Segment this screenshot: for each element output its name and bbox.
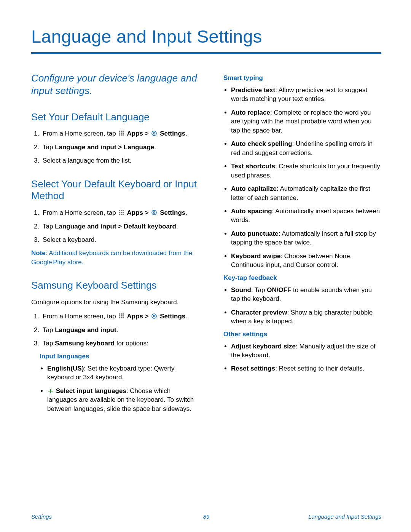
list-item: Predictive text: Allow predictive text t… [231, 86, 381, 104]
bullet-bold: Select input languages [54, 387, 126, 395]
svg-rect-23 [121, 313, 122, 315]
bullet-bold: Text shortcuts [231, 163, 275, 170]
step-bold: Language and input [55, 326, 116, 334]
svg-point-20 [152, 210, 156, 215]
title-rule [31, 52, 381, 54]
bullet-bold: Reset settings [231, 365, 275, 372]
svg-rect-2 [123, 131, 124, 132]
svg-rect-27 [123, 315, 124, 316]
settings-label: Settings [158, 313, 185, 320]
svg-point-10 [153, 133, 155, 134]
svg-point-32 [153, 315, 155, 317]
step-bold: Language and input > Language [55, 144, 154, 151]
section-select-default-keyboard: Select Your Default Keyboard or Input Me… [31, 178, 198, 267]
step-text: Tap [43, 144, 55, 151]
svg-rect-13 [123, 210, 124, 211]
list-item: Reset settings: Reset setting to their d… [231, 364, 381, 373]
note-body: : Additional keyboards can be downloaded… [31, 249, 192, 265]
heading-samsung-keyboard: Samsung Keyboard Settings [31, 280, 198, 292]
bullet-bold: Auto spacing [231, 208, 272, 215]
list-item: Text shortcuts: Create shortcuts for you… [231, 162, 381, 180]
subhead-input-languages: Input languages [40, 353, 198, 360]
settings-label: Settings [158, 130, 185, 137]
right-column: Smart typing Predictive text: Allow pred… [215, 72, 381, 426]
svg-rect-17 [119, 214, 120, 215]
step-text: Tap [43, 326, 55, 334]
note-lead: Note [31, 249, 46, 257]
svg-rect-15 [121, 212, 122, 213]
step-text: From a Home screen, tap [43, 130, 118, 137]
step-text: Tap [43, 340, 55, 347]
svg-rect-18 [121, 214, 122, 215]
step-text: From a Home screen, tap [43, 313, 118, 320]
list-item: Auto check spelling: Underline spelling … [231, 139, 381, 157]
list-item: Select a language from the list. [41, 156, 198, 165]
step-text: for options: [115, 340, 148, 347]
apps-label: Apps > [125, 209, 150, 216]
svg-rect-26 [121, 315, 122, 316]
svg-rect-12 [121, 210, 122, 211]
svg-rect-7 [121, 134, 122, 136]
section-intro: Configure options for using the Samsung … [31, 298, 198, 307]
bullet-bold: Sound [231, 286, 251, 294]
section-set-default-language: Set Your Default Language From a Home sc… [31, 111, 198, 165]
list-item: Select input languages: Choose which lan… [47, 387, 198, 413]
gear-icon [151, 130, 157, 136]
bullet-bold: Auto replace [231, 109, 270, 116]
step-text: From a Home screen, tap [43, 209, 118, 216]
list-item: Select a keyboard. [41, 235, 198, 244]
svg-point-9 [152, 131, 156, 136]
step-text: . [116, 326, 118, 334]
step-text: . [185, 209, 187, 216]
svg-rect-8 [123, 134, 124, 136]
svg-point-31 [152, 314, 156, 318]
bullet-text: : Reset setting to their defaults. [275, 365, 364, 372]
list-item: Auto replace: Complete or replace the wo… [231, 108, 381, 135]
svg-rect-24 [123, 313, 124, 315]
bullet-bold: English(US) [47, 365, 84, 372]
list-item: Auto spacing: Automatically insert space… [231, 207, 381, 225]
svg-rect-14 [119, 212, 120, 213]
svg-rect-3 [119, 133, 120, 134]
settings-label: Settings [158, 209, 185, 216]
bullet-bold: ON/OFF [267, 286, 291, 294]
step-bold: Language and input > Default keyboard [55, 223, 176, 230]
list-item: Sound: Tap ON/OFF to enable sounds when … [231, 286, 381, 304]
bullet-bold: Auto check spelling [231, 140, 292, 147]
svg-point-21 [153, 212, 155, 213]
apps-icon [118, 130, 124, 136]
svg-rect-4 [121, 133, 122, 134]
section-samsung-keyboard: Samsung Keyboard Settings Configure opti… [31, 280, 198, 413]
svg-rect-0 [119, 131, 120, 132]
svg-rect-22 [119, 313, 120, 315]
svg-rect-5 [123, 133, 124, 134]
gear-icon [151, 209, 157, 216]
list-item: English(US): Set the keyboard type: Qwer… [47, 364, 198, 382]
svg-rect-25 [119, 315, 120, 316]
page-footer: Settings 89 Language and Input Settings [31, 513, 381, 520]
bullet-bold: Auto capitalize [231, 185, 277, 192]
page-title: Language and Input Settings [31, 26, 381, 47]
list-item: Auto capitalize: Automatically capitaliz… [231, 184, 381, 202]
left-column: Configure your device's language and inp… [31, 72, 198, 426]
step-text: . [176, 223, 178, 230]
step-text: Tap [43, 223, 55, 230]
intro-text: Configure your device's language and inp… [31, 72, 198, 97]
svg-rect-11 [119, 210, 120, 211]
list-item: Tap Samsung keyboard for options: [41, 339, 198, 348]
list-item: Tap Language and input > Language. [41, 143, 198, 152]
subhead-other-settings: Other settings [223, 331, 381, 338]
bullet-text: : Tap [251, 286, 267, 294]
svg-rect-19 [123, 214, 124, 215]
svg-rect-6 [119, 134, 120, 136]
list-item: Keyboard swipe: Choose between None, Con… [231, 252, 381, 270]
svg-rect-28 [119, 317, 120, 318]
list-item: Auto punctuate: Automatically insert a f… [231, 229, 381, 247]
list-item: Tap Language and input > Default keyboar… [41, 222, 198, 231]
heading-set-default-language: Set Your Default Language [31, 111, 198, 123]
svg-rect-16 [123, 212, 124, 213]
bullet-bold: Keyboard swipe [231, 252, 280, 260]
apps-label: Apps > [125, 130, 150, 137]
bullet-bold: Auto punctuate [231, 230, 279, 237]
note: Note: Additional keyboards can be downlo… [31, 249, 198, 267]
